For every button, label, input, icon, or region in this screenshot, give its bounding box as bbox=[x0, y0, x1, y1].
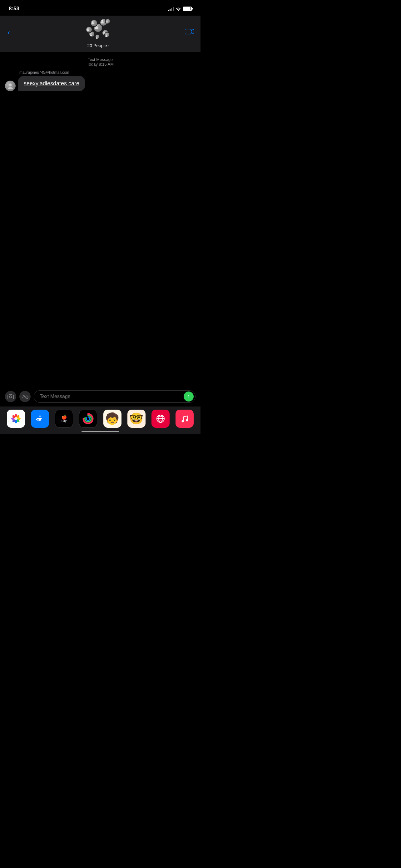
input-bar: A ↑ bbox=[0, 386, 201, 406]
dock-appstore-icon[interactable]: A bbox=[31, 410, 49, 428]
svg-point-5 bbox=[92, 23, 94, 24]
send-button[interactable]: ↑ bbox=[183, 392, 194, 402]
svg-point-11 bbox=[87, 30, 89, 31]
avatar bbox=[86, 26, 93, 33]
message-time-label: Today 8:16 AM bbox=[0, 62, 201, 67]
avatar bbox=[104, 32, 110, 37]
video-call-button[interactable] bbox=[185, 28, 194, 37]
message-text: seexyladiesdates.care bbox=[24, 80, 79, 87]
dock: A 🍎 Pay 🧒 🤓 bbox=[0, 406, 201, 434]
svg-point-8 bbox=[90, 33, 92, 35]
svg-point-42 bbox=[182, 420, 184, 423]
app-store-button[interactable]: A bbox=[20, 391, 31, 402]
group-name-label: 20 People › bbox=[87, 43, 109, 48]
svg-point-15 bbox=[105, 36, 107, 37]
dock-netnewswire-icon[interactable] bbox=[152, 410, 170, 428]
back-button[interactable]: ‹ bbox=[6, 28, 11, 37]
svg-point-13 bbox=[106, 23, 108, 24]
svg-point-3 bbox=[101, 22, 104, 24]
message-input[interactable] bbox=[34, 390, 196, 403]
svg-point-20 bbox=[8, 87, 13, 89]
svg-point-17 bbox=[96, 38, 98, 39]
camera-button[interactable] bbox=[5, 391, 16, 402]
home-indicator bbox=[81, 431, 119, 432]
svg-point-16 bbox=[96, 37, 97, 38]
message-content: maurajones745@hotmail.com seexyladiesdat… bbox=[18, 70, 85, 91]
dock-memoji1-icon[interactable]: 🧒 bbox=[103, 410, 122, 428]
dock-applepay-icon[interactable]: 🍎 Pay bbox=[55, 410, 73, 428]
dock-photos-icon[interactable] bbox=[7, 410, 25, 428]
dock-music-icon[interactable] bbox=[175, 410, 194, 428]
status-bar: 8:53 bbox=[0, 0, 201, 16]
svg-rect-18 bbox=[185, 29, 191, 34]
svg-point-10 bbox=[87, 28, 89, 30]
svg-text:A: A bbox=[22, 394, 26, 399]
status-icons bbox=[168, 6, 192, 11]
group-avatar-cluster bbox=[82, 17, 114, 42]
sender-avatar bbox=[5, 81, 15, 91]
group-info[interactable]: 20 People › bbox=[82, 17, 114, 48]
dock-memoji2-icon[interactable]: 🤓 bbox=[127, 410, 145, 428]
signal-icon bbox=[168, 6, 174, 11]
sender-email: maurajones745@hotmail.com bbox=[18, 70, 85, 75]
svg-point-36 bbox=[87, 417, 90, 421]
svg-text:A: A bbox=[37, 417, 40, 422]
battery-icon bbox=[183, 6, 192, 11]
svg-point-9 bbox=[90, 35, 92, 36]
svg-point-2 bbox=[101, 20, 103, 22]
svg-point-43 bbox=[186, 419, 188, 422]
text-input-container: ↑ bbox=[34, 390, 196, 403]
messages-area: Text Message Today 8:16 AM maurajones745… bbox=[0, 52, 201, 92]
svg-point-14 bbox=[106, 34, 107, 36]
svg-point-19 bbox=[9, 84, 12, 87]
svg-point-32 bbox=[14, 417, 18, 420]
message-timestamp: Text Message Today 8:16 AM bbox=[0, 57, 201, 67]
message-type-label: Text Message bbox=[0, 57, 201, 62]
avatar bbox=[105, 19, 110, 24]
status-time: 8:53 bbox=[9, 6, 20, 12]
svg-point-12 bbox=[106, 21, 108, 22]
svg-point-4 bbox=[92, 21, 93, 23]
chevron-right-icon: › bbox=[108, 43, 109, 48]
dock-activity-icon[interactable] bbox=[79, 410, 97, 428]
nav-bar: ‹ bbox=[0, 16, 201, 52]
send-arrow-icon: ↑ bbox=[188, 394, 190, 399]
avatar bbox=[90, 19, 98, 27]
avatar bbox=[95, 34, 100, 39]
svg-point-21 bbox=[10, 396, 12, 398]
svg-point-1 bbox=[95, 27, 98, 29]
message-row: maurajones745@hotmail.com seexyladiesdat… bbox=[0, 69, 201, 92]
message-bubble[interactable]: seexyladiesdates.care bbox=[18, 76, 85, 91]
wifi-icon bbox=[175, 6, 181, 11]
